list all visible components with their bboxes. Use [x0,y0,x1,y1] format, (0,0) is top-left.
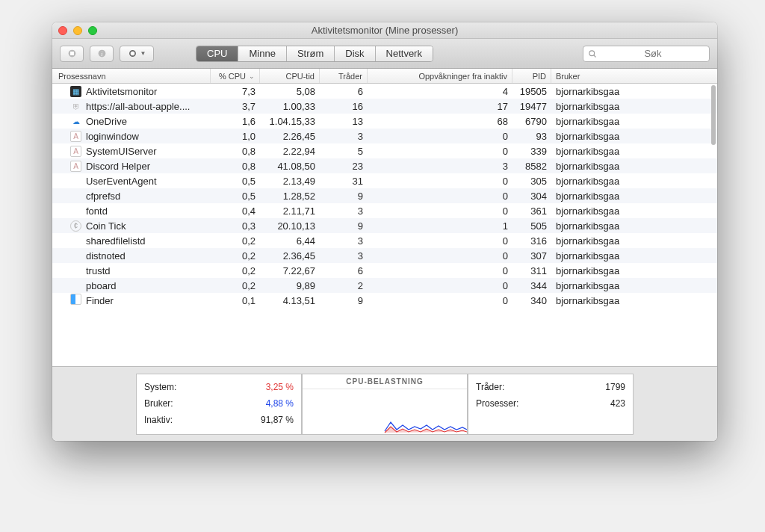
svg-point-5 [131,52,133,54]
cell-time: 4.13,51 [260,295,320,306]
cell-threads: 16 [320,101,368,112]
cell-pid: 305 [512,176,551,187]
processes-value: 423 [610,395,625,412]
process-icon: ☁ [70,115,81,127]
scrollbar-thumb[interactable] [711,85,716,145]
table-row[interactable]: •cfprefsd0,51.28,5290304bjornarkibsgaa [52,188,717,203]
table-row[interactable]: ▦Aktivitetsmonitor7,35,086419505bjornark… [52,84,717,99]
col-header-cpu[interactable]: % CPU⌄ [211,69,260,83]
table-row[interactable]: •fontd0,42.11,7130361bjornarkibsgaa [52,203,717,218]
user-value: 4,88 % [266,395,294,412]
cell-user: bjornarkibsgaa [551,146,717,157]
cell-pid: 361 [512,205,551,217]
tab-memory[interactable]: Minne [238,46,286,61]
table-header: Prosessnavn % CPU⌄ CPU-tid Tråder Oppvåk… [52,69,717,84]
info-icon: i [97,49,107,58]
cell-time: 2.36,45 [260,250,320,262]
process-name: distnoted [86,250,126,262]
zoom-button[interactable] [88,26,97,35]
cell-time: 5,08 [260,86,320,97]
table-row[interactable]: •UserEventAgent0,52.13,49310305bjornarki… [52,173,717,188]
tab-energy[interactable]: Strøm [287,46,335,61]
search-field[interactable] [583,46,710,62]
cell-cpu: 0,5 [211,191,260,202]
stop-icon [67,49,77,58]
options-button[interactable]: ▼ [120,46,154,62]
table-row[interactable]: ⛨https://all-about-apple....3,71.00,3316… [52,99,717,114]
search-input[interactable] [601,48,704,59]
cell-user: bjornarkibsgaa [551,176,717,187]
process-table[interactable]: ▦Aktivitetsmonitor7,35,086419505bjornark… [52,84,717,366]
process-icon: • [70,235,81,247]
table-row[interactable]: ☁OneDrive1,61.04.15,3313686790bjornarkib… [52,114,717,129]
table-row[interactable]: •distnoted0,22.36,4530307bjornarkibsgaa [52,248,717,263]
table-row[interactable]: •trustd0,27.22,6760311bjornarkibsgaa [52,263,717,278]
cell-threads: 3 [320,235,368,247]
cell-pid: 19477 [512,101,551,112]
cell-pid: 311 [512,265,551,276]
cell-time: 2.13,49 [260,176,320,187]
process-name: sharedfilelistd [86,235,146,247]
cell-cpu: 0,1 [211,295,260,306]
system-value: 3,25 % [266,379,294,395]
table-row[interactable]: •pboard0,29,8920344bjornarkibsgaa [52,278,717,293]
cell-threads: 13 [320,116,368,127]
tab-cpu[interactable]: CPU [196,46,238,61]
cpu-breakdown-box: System:3,25 % Bruker:4,88 % Inaktiv:91,8… [136,374,302,435]
cell-cpu: 0,2 [211,280,260,291]
table-row[interactable]: Finder0,14.13,5190340bjornarkibsgaa [52,293,717,308]
tab-network[interactable]: Nettverk [376,46,433,61]
cell-user: bjornarkibsgaa [551,265,717,276]
cell-pid: 304 [512,191,551,202]
col-header-wake[interactable]: Oppvåkninger fra inaktiv [368,69,512,83]
cell-threads: 6 [320,86,368,97]
cpu-load-title: CPU-BELASTNING [303,374,467,389]
process-name: Discord Helper [86,161,150,172]
chevron-down-icon: ▼ [140,50,146,57]
cell-wake: 0 [368,280,512,291]
stop-process-button[interactable] [60,46,84,62]
cell-user: bjornarkibsgaa [551,205,717,217]
process-name: pboard [86,280,116,291]
table-row[interactable]: ¢Coin Tick0,320.10,1391505bjornarkibsgaa [52,218,717,233]
info-button[interactable]: i [90,46,114,62]
process-name: OneDrive [86,116,127,127]
cell-time: 7.22,67 [260,265,320,276]
col-header-pid[interactable]: PID [512,69,551,83]
process-name: trustd [86,265,111,276]
process-name: SystemUIServer [86,146,157,157]
svg-rect-1 [70,52,74,55]
user-label: Bruker: [144,395,173,412]
cell-cpu: 0,2 [211,265,260,276]
process-name: cfprefsd [86,191,120,202]
table-row[interactable]: ASystemUIServer0,82.22,9450339bjornarkib… [52,143,717,158]
svg-text:i: i [101,51,102,58]
cell-cpu: 3,7 [211,101,260,112]
process-icon: ¢ [70,220,81,232]
table-row[interactable]: ADiscord Helper0,841.08,502338582bjornar… [52,158,717,173]
cell-cpu: 0,8 [211,146,260,157]
table-row[interactable]: •sharedfilelistd0,26,4430316bjornarkibsg… [52,233,717,248]
cell-user: bjornarkibsgaa [551,220,717,232]
cpu-load-graph [303,389,467,434]
cpu-graph-icon [303,404,467,434]
idle-value: 91,87 % [261,412,294,428]
cell-pid: 344 [512,280,551,291]
titlebar[interactable]: Aktivitetsmonitor (Mine prosesser) [52,22,717,39]
minimize-button[interactable] [73,26,82,35]
system-label: System: [144,379,176,395]
cell-user: bjornarkibsgaa [551,116,717,127]
cell-user: bjornarkibsgaa [551,131,717,142]
cell-time: 2.11,71 [260,205,320,217]
close-button[interactable] [58,26,67,35]
cell-cpu: 1,6 [211,116,260,127]
col-header-name[interactable]: Prosessnavn [52,69,211,83]
col-header-time[interactable]: CPU-tid [260,69,320,83]
toolbar: i ▼ CPU Minne Strøm Disk Nettverk [52,39,717,69]
cell-threads: 23 [320,161,368,172]
col-header-threads[interactable]: Tråder [320,69,368,83]
process-name: Coin Tick [86,220,126,232]
table-row[interactable]: Aloginwindow1,02.26,453093bjornarkibsgaa [52,129,717,143]
col-header-user[interactable]: Bruker [551,69,717,83]
tab-disk[interactable]: Disk [335,46,375,61]
